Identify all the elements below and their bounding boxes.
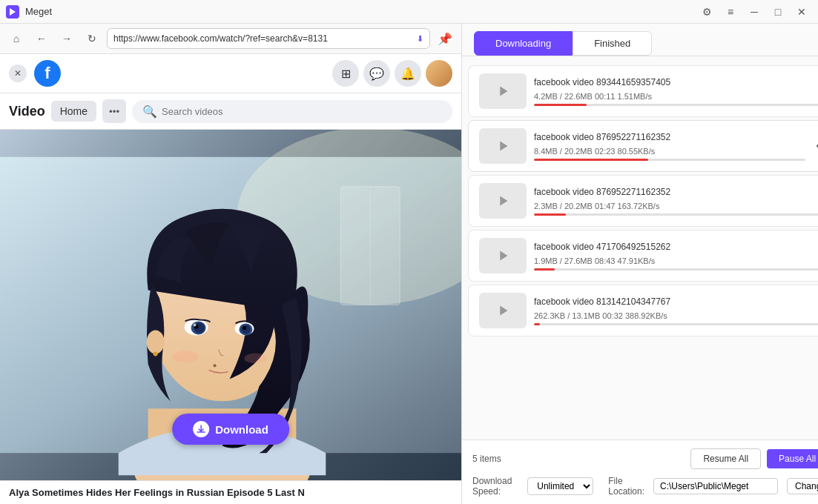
pin-button[interactable]: 📌 [435, 28, 455, 49]
dl-info-2: facebook video 876952271162352 8.4MB / 2… [534, 132, 805, 161]
download-overlay: Download [172, 414, 289, 445]
dl-stats-3: 2.3MB / 20.2MB 01:47 163.72KB/s [534, 202, 818, 210]
dl-progress-2 [534, 159, 805, 161]
item-count: 5 items [472, 454, 501, 464]
reload-button[interactable]: ↻ [82, 28, 102, 49]
dl-stats-1: 4.2MB / 22.6MB 00:11 1.51MB/s [534, 92, 818, 101]
facebook-logo: f [34, 60, 61, 87]
maximize-button[interactable]: □ [768, 1, 788, 22]
dl-thumb-4 [479, 238, 527, 273]
location-label: File Location: [608, 476, 644, 497]
download-btn-icon [193, 421, 209, 437]
fb-video-title: Video [9, 104, 45, 119]
fb-notification-icon[interactable]: 🔔 [395, 60, 421, 87]
app-title: Meget [25, 6, 52, 17]
dl-thumb-3 [479, 183, 527, 219]
window-controls: ⚙ ≡ ─ □ ✕ [696, 1, 812, 22]
dl-info-1: facebook video 893441659357405 4.2MB / 2… [534, 77, 818, 106]
fb-grid-icon[interactable]: ⊞ [332, 60, 359, 87]
facebook-header: ✕ f ⊞ 💬 🔔 [0, 54, 461, 93]
app-logo [6, 5, 19, 19]
dl-info-5: facebook video 813142104347767 262.3KB /… [534, 296, 818, 325]
dl-thumb-1 [479, 73, 527, 109]
close-button[interactable]: ✕ [791, 1, 812, 22]
address-input[interactable] [113, 33, 414, 44]
fb-messenger-icon[interactable]: 💬 [363, 60, 390, 87]
address-bar-wrapper[interactable]: ⬇ [107, 28, 430, 49]
fb-home-nav[interactable]: Home [51, 101, 96, 122]
back-button[interactable]: ← [31, 28, 52, 49]
dl-name-2: facebook video 876952271162352 [534, 132, 805, 142]
video-background: Download [0, 130, 461, 480]
download-item-4: facebook video 471706492515262 1.9MB / 2… [468, 230, 818, 282]
svg-point-17 [214, 364, 217, 367]
dl-stats-4: 1.9MB / 27.6MB 08:43 47.91KB/s [534, 256, 818, 265]
download-btn-label: Download [215, 423, 268, 436]
dl-progress-3 [534, 213, 818, 216]
dl-name-1: facebook video 893441659357405 [534, 77, 818, 87]
fb-avatar[interactable] [426, 60, 452, 87]
tab-downloading[interactable]: Downloading [474, 31, 573, 56]
speed-label: Download Speed: [472, 476, 518, 497]
fb-close-button[interactable]: ✕ [9, 64, 27, 82]
bookmark-icon[interactable]: ⬇ [417, 34, 423, 44]
location-input[interactable] [653, 478, 778, 494]
dl-stats-2: 8.4MB / 20.2MB 02:23 80.55KB/s [534, 147, 805, 156]
svg-point-13 [241, 325, 250, 334]
minimize-button[interactable]: ─ [744, 1, 765, 22]
home-button[interactable]: ⌂ [6, 28, 27, 49]
dl-progress-bar-2 [534, 159, 648, 161]
download-item-5: facebook video 813142104347767 262.3KB /… [468, 285, 818, 336]
browser-toolbar: ⌂ ← → ↻ ⬇ 📌 [0, 24, 461, 54]
dl-name-5: facebook video 813142104347767 [534, 296, 818, 307]
dl-thumb-5 [479, 293, 527, 328]
svg-marker-0 [10, 8, 16, 16]
dl-progress-bar-4 [534, 268, 555, 271]
fb-search-input[interactable] [162, 106, 442, 117]
downloader-footer: 5 items Resume All Pause All 🗑 Download … [462, 440, 818, 504]
dl-progress-5 [534, 323, 818, 325]
main-layout: ⌂ ← → ↻ ⬇ 📌 ✕ f ⊞ 💬 🔔 Video Home [0, 24, 818, 504]
dl-progress-bar-1 [534, 104, 587, 106]
forward-button[interactable]: → [56, 28, 77, 49]
fb-search-box[interactable]: 🔍 [132, 100, 452, 123]
downloader-panel: Downloading Finished facebook video 8934… [462, 24, 818, 504]
search-icon: 🔍 [142, 105, 157, 119]
footer-buttons: Resume All Pause All 🗑 [690, 448, 818, 470]
menu-button[interactable]: ≡ [720, 1, 741, 22]
title-bar: Meget ⚙ ≡ ─ □ ✕ [0, 0, 818, 24]
title-bar-left: Meget [6, 5, 52, 19]
dl-stats-5: 262.3KB / 13.1MB 00:32 388.92KB/s [534, 311, 818, 320]
browser-content: Download [0, 130, 461, 480]
dl-progress-1 [534, 104, 818, 106]
pause-all-button[interactable]: Pause All [767, 449, 818, 468]
svg-point-16 [244, 353, 266, 363]
footer-top: 5 items Resume All Pause All 🗑 [472, 448, 818, 470]
dl-name-3: facebook video 876952271162352 [534, 187, 818, 197]
svg-point-19 [154, 351, 158, 356]
svg-point-14 [243, 326, 246, 330]
dl-menu-2[interactable]: ••• [813, 137, 818, 155]
dl-name-4: facebook video 471706492515262 [534, 242, 818, 252]
change-button[interactable]: Change [787, 478, 818, 494]
download-button[interactable]: Download [172, 414, 289, 445]
download-item-1: facebook video 893441659357405 4.2MB / 2… [468, 65, 818, 117]
svg-point-18 [147, 330, 165, 354]
resume-all-button[interactable]: Resume All [690, 448, 761, 469]
tab-finished[interactable]: Finished [573, 31, 652, 56]
video-title-bar: Alya Sometimes Hides Her Feelings in Rus… [0, 480, 461, 504]
browser-panel: ⌂ ← → ↻ ⬇ 📌 ✕ f ⊞ 💬 🔔 Video Home [0, 24, 462, 504]
speed-select[interactable]: Unlimited [527, 477, 593, 495]
dl-progress-bar-5 [534, 323, 540, 325]
download-item-3: facebook video 876952271162352 2.3MB / 2… [468, 175, 818, 227]
fb-more-button[interactable]: ••• [102, 99, 126, 123]
settings-button[interactable]: ⚙ [696, 1, 717, 22]
svg-point-15 [172, 351, 199, 362]
footer-bottom: Download Speed: Unlimited File Location:… [472, 476, 818, 497]
download-list: facebook video 893441659357405 4.2MB / 2… [462, 56, 818, 440]
dl-progress-bar-3 [534, 213, 566, 216]
dl-info-4: facebook video 471706492515262 1.9MB / 2… [534, 242, 818, 271]
download-item-2: facebook video 876952271162352 8.4MB / 2… [468, 120, 818, 172]
dl-actions-2: ••• ⏸ [813, 137, 818, 155]
svg-point-10 [194, 323, 197, 326]
